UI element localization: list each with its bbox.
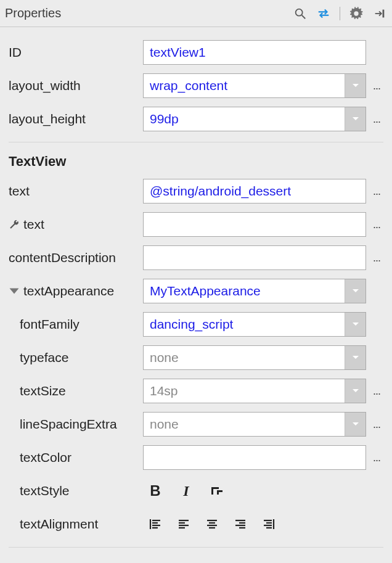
- gear-icon[interactable]: [349, 6, 364, 21]
- svg-rect-2: [383, 9, 385, 17]
- expand-triangle-icon[interactable]: [9, 286, 20, 297]
- section-divider-bottom: [9, 547, 383, 548]
- toolbar-divider: [340, 7, 340, 20]
- row-id: ID: [9, 36, 383, 69]
- row-text-color: textColor ...: [9, 441, 383, 474]
- more-button-content-description[interactable]: ...: [370, 252, 383, 265]
- row-font-family: fontFamily: [9, 308, 383, 341]
- input-line-spacing-extra[interactable]: [144, 413, 345, 436]
- more-button-text-color[interactable]: ...: [370, 451, 383, 464]
- row-text: text ...: [9, 175, 383, 208]
- label-typeface: typeface: [9, 350, 143, 365]
- combo-layout-height[interactable]: [143, 107, 366, 131]
- row-content-description: contentDescription ...: [9, 241, 383, 274]
- input-content-description[interactable]: [143, 245, 366, 270]
- label-text-size: textSize: [9, 384, 143, 398]
- label-font-family: fontFamily: [9, 317, 143, 332]
- dropdown-arrow-icon[interactable]: [345, 279, 365, 303]
- combo-font-family[interactable]: [143, 312, 366, 337]
- italic-toggle-icon[interactable]: I: [178, 482, 195, 499]
- row-tools-text: text ...: [9, 208, 383, 241]
- more-button-layout-height[interactable]: ...: [370, 113, 383, 126]
- label-text: text: [9, 184, 143, 199]
- combo-text-appearance[interactable]: [143, 279, 366, 303]
- input-font-family[interactable]: [144, 313, 345, 336]
- row-text-alignment: textAlignment: [9, 508, 383, 541]
- row-line-spacing-extra: lineSpacingExtra ...: [9, 408, 383, 441]
- more-button-tools-text[interactable]: ...: [370, 218, 383, 231]
- properties-body: ID layout_width ... layout_height ... Te…: [0, 27, 392, 548]
- label-layout-width: layout_width: [9, 78, 143, 93]
- label-text-style: textStyle: [9, 483, 143, 498]
- panel-title: Properties: [5, 6, 293, 20]
- label-text-alignment: textAlignment: [9, 517, 143, 532]
- input-typeface[interactable]: [144, 346, 345, 369]
- row-typeface: typeface: [9, 341, 383, 374]
- row-layout-height: layout_height ...: [9, 102, 383, 136]
- input-tools-text[interactable]: [143, 212, 366, 237]
- dropdown-arrow-icon[interactable]: [345, 413, 365, 436]
- input-text-color[interactable]: [143, 445, 366, 470]
- input-id[interactable]: [143, 40, 366, 65]
- label-tools-text: text: [9, 217, 143, 232]
- label-id: ID: [9, 45, 143, 60]
- panel-header: Properties: [0, 0, 392, 27]
- section-title: TextView: [9, 150, 383, 175]
- dropdown-arrow-icon[interactable]: [345, 346, 365, 369]
- label-text-appearance-text: textAppearance: [23, 284, 114, 298]
- dropdown-arrow-icon[interactable]: [345, 313, 365, 336]
- search-icon[interactable]: [293, 6, 308, 21]
- wrench-icon: [9, 219, 20, 230]
- label-tools-text-text: text: [23, 217, 44, 232]
- align-left-icon[interactable]: [175, 516, 192, 533]
- minimize-icon[interactable]: [372, 6, 387, 21]
- combo-line-spacing-extra[interactable]: [143, 412, 366, 437]
- input-text-appearance[interactable]: [144, 279, 345, 303]
- align-center-icon[interactable]: [203, 516, 221, 533]
- combo-typeface[interactable]: [143, 345, 366, 370]
- label-line-spacing-extra: lineSpacingExtra: [9, 417, 143, 432]
- row-text-style: textStyle B I: [9, 474, 383, 508]
- more-button-text-size[interactable]: ...: [370, 385, 383, 398]
- more-button-line-spacing-extra[interactable]: ...: [370, 418, 383, 431]
- label-text-appearance: textAppearance: [9, 284, 143, 298]
- section-divider: [9, 142, 383, 142]
- input-layout-width[interactable]: [144, 74, 345, 97]
- label-text-color: textColor: [9, 450, 143, 465]
- label-content-description: contentDescription: [9, 250, 143, 265]
- align-right-icon[interactable]: [232, 516, 249, 533]
- row-layout-width: layout_width ...: [9, 69, 383, 102]
- swap-icon[interactable]: [316, 6, 331, 21]
- combo-text-size[interactable]: [143, 379, 366, 403]
- input-text-size[interactable]: [144, 379, 345, 403]
- dropdown-arrow-icon[interactable]: [345, 74, 365, 97]
- svg-point-0: [296, 9, 303, 15]
- more-button-text[interactable]: ...: [370, 185, 383, 198]
- row-text-size: textSize ...: [9, 374, 383, 408]
- input-text[interactable]: [143, 179, 366, 203]
- combo-layout-width[interactable]: [143, 73, 366, 98]
- input-layout-height[interactable]: [144, 107, 345, 131]
- svg-line-1: [302, 15, 306, 18]
- dropdown-arrow-icon[interactable]: [345, 379, 365, 403]
- allcaps-toggle-icon[interactable]: [208, 482, 226, 499]
- label-layout-height: layout_height: [9, 112, 143, 126]
- align-view-start-icon[interactable]: [147, 516, 164, 533]
- header-toolbar: [293, 6, 387, 21]
- align-view-end-icon[interactable]: [260, 516, 277, 533]
- row-text-appearance: textAppearance: [9, 274, 383, 308]
- bold-toggle-icon[interactable]: B: [147, 482, 164, 499]
- more-button-layout-width[interactable]: ...: [370, 80, 383, 92]
- dropdown-arrow-icon[interactable]: [345, 107, 365, 131]
